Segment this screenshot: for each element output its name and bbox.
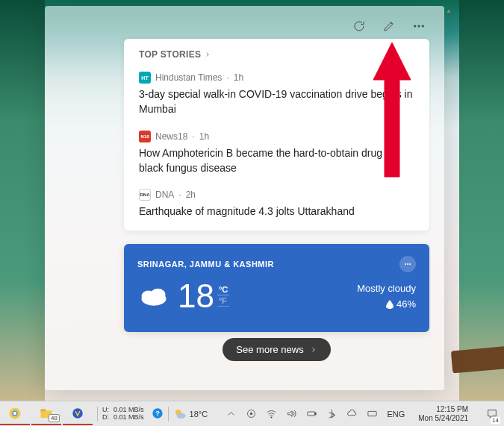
svg-point-0 xyxy=(414,25,416,27)
svg-rect-22 xyxy=(308,412,315,416)
source-icon: DNA xyxy=(139,189,151,201)
taskbar-weather[interactable]: 18°C xyxy=(173,407,208,421)
story-time: 1h xyxy=(199,131,209,142)
more-icon xyxy=(403,260,412,269)
top-stories-card: TOP STORIES HT Hindustan Times · 1h 3-da… xyxy=(124,39,429,231)
weather-condition-icon xyxy=(137,278,170,314)
weather-header: SRINAGAR, JAMMU & KASHMIR xyxy=(137,256,416,272)
taskbar-app-explorer[interactable]: 48 xyxy=(31,403,61,425)
svg-text:?: ? xyxy=(155,410,160,417)
taskbar-app-other[interactable] xyxy=(63,403,93,425)
story-source: DNA xyxy=(155,189,174,200)
desktop-wallpaper-right xyxy=(459,0,504,401)
app-icon xyxy=(71,407,84,420)
story-item[interactable]: N18 News18 · 1h How Amphotericin B becam… xyxy=(139,131,414,176)
bluetooth-icon[interactable] xyxy=(326,408,337,419)
flyout-scrollbar[interactable]: ▲ xyxy=(444,6,453,390)
taskbar: 48 U: D: 0.01 MB/s 0.01 MB/s ? 18°C ENG … xyxy=(0,401,504,426)
svg-point-4 xyxy=(407,263,408,265)
weather-humidity: 46% xyxy=(386,298,416,310)
taskbar-clock[interactable]: 12:15 PM Mon 5/24/2021 xyxy=(414,405,473,423)
weather-options-button[interactable] xyxy=(399,256,416,272)
story-headline[interactable]: 3-day special walk-in COVID-19 vaccinati… xyxy=(139,87,414,117)
network-monitor[interactable]: U: D: xyxy=(102,407,109,422)
svg-point-14 xyxy=(72,408,83,419)
top-stories-header[interactable]: TOP STORIES xyxy=(139,49,414,60)
weather-temperature: 18 xyxy=(178,280,214,313)
unit-toggle[interactable]: °C °F xyxy=(217,284,229,307)
notification-count: 14 xyxy=(491,417,500,424)
svg-point-2 xyxy=(422,25,423,27)
svg-point-11 xyxy=(13,411,17,415)
weather-location: SRINAGAR, JAMMU & KASHMIR xyxy=(137,260,274,269)
onedrive-icon[interactable] xyxy=(346,408,358,419)
svg-point-20 xyxy=(251,413,253,415)
unit-celsius[interactable]: °C xyxy=(217,284,229,295)
unit-fahrenheit[interactable]: °F xyxy=(217,295,229,307)
volume-icon[interactable] xyxy=(286,408,297,419)
source-icon: HT xyxy=(139,72,151,84)
story-meta: N18 News18 · 1h xyxy=(139,131,414,142)
svg-point-3 xyxy=(405,263,406,265)
svg-rect-23 xyxy=(315,413,316,415)
story-item[interactable]: DNA DNA · 2h Earthquake of magnitude 4.3… xyxy=(139,189,414,219)
story-item[interactable]: HT Hindustan Times · 1h 3-day special wa… xyxy=(139,72,414,117)
droplet-icon xyxy=(386,300,393,309)
svg-point-8 xyxy=(150,289,165,301)
chevron-right-icon xyxy=(310,346,317,354)
tray-help-icon[interactable]: ? xyxy=(152,407,164,421)
location-icon[interactable] xyxy=(246,408,257,419)
svg-rect-24 xyxy=(368,411,376,416)
story-time: 2h xyxy=(186,189,196,200)
keyboard-icon[interactable] xyxy=(367,408,378,419)
story-headline[interactable]: Earthquake of magnitude 4.3 jolts Uttara… xyxy=(139,204,414,219)
story-source: News18 xyxy=(155,131,187,142)
see-more-label: See more news xyxy=(236,344,303,355)
story-headline[interactable]: How Amphotericin B became the hard-to-ob… xyxy=(139,145,414,176)
clock-time: 12:15 PM xyxy=(436,405,468,414)
more-button[interactable] xyxy=(411,19,426,34)
see-more-news-button[interactable]: See more news xyxy=(223,338,330,361)
svg-point-5 xyxy=(409,263,411,265)
story-meta: HT Hindustan Times · 1h xyxy=(139,72,414,84)
news-interests-flyout: TOP STORIES HT Hindustan Times · 1h 3-da… xyxy=(45,6,444,390)
app-badge: 48 xyxy=(49,414,60,422)
story-meta: DNA DNA · 2h xyxy=(139,189,414,201)
clock-date: Mon 5/24/2021 xyxy=(418,414,468,423)
action-center-button[interactable]: 14 xyxy=(482,401,503,426)
svg-point-21 xyxy=(271,417,272,418)
weather-icon xyxy=(173,407,187,421)
svg-point-1 xyxy=(418,25,420,27)
taskbar-app-chrome[interactable] xyxy=(0,403,30,425)
story-source: Hindustan Times xyxy=(155,72,222,83)
more-icon xyxy=(412,19,426,33)
edit-button[interactable] xyxy=(382,19,396,34)
tray-overflow-icon[interactable] xyxy=(225,408,237,419)
refresh-button[interactable] xyxy=(352,19,367,34)
chrome-icon xyxy=(8,407,22,420)
top-stories-title: TOP STORIES xyxy=(139,49,201,60)
cards-container: TOP STORIES HT Hindustan Times · 1h 3-da… xyxy=(58,36,431,381)
svg-rect-13 xyxy=(41,409,46,412)
story-time: 1h xyxy=(234,72,243,83)
system-tray: ENG 12:15 PM Mon 5/24/2021 14 xyxy=(225,401,504,426)
language-indicator[interactable]: ENG xyxy=(387,410,405,419)
wifi-icon[interactable] xyxy=(266,408,277,419)
source-icon: N18 xyxy=(139,131,151,142)
chevron-right-icon xyxy=(204,51,211,58)
flyout-toolbar xyxy=(58,16,431,36)
weather-condition: Mostly cloudy xyxy=(357,283,416,294)
network-speed: 0.01 MB/s 0.01 MB/s xyxy=(113,407,144,422)
battery-icon[interactable] xyxy=(306,408,317,419)
svg-point-18 xyxy=(176,413,185,419)
refresh-icon xyxy=(352,19,366,33)
pencil-icon xyxy=(382,19,396,33)
weather-body: 18 °C °F Mostly cloudy 46% xyxy=(137,278,416,314)
weather-card[interactable]: SRINAGAR, JAMMU & KASHMIR 18 °C °F xyxy=(124,244,429,332)
desktop-wallpaper-left xyxy=(0,0,45,401)
scroll-up-button[interactable]: ▲ xyxy=(444,6,453,15)
